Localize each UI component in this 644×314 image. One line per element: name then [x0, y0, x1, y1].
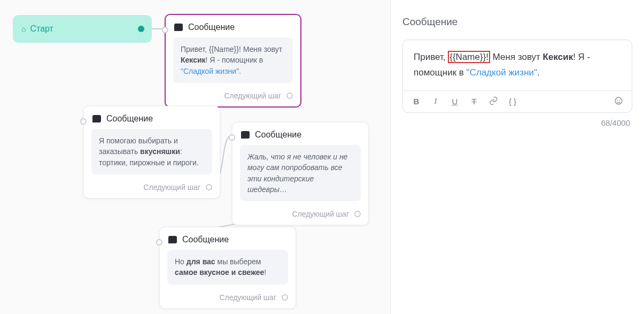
node-output-port[interactable] — [354, 211, 361, 217]
node-header: Сообщение — [160, 227, 296, 250]
start-label: Старт — [30, 24, 53, 34]
home-icon: ⌂ — [21, 25, 26, 33]
next-step-label: Следующий шаг — [292, 210, 349, 218]
message-editor: Привет, {{Name}}! Меня зовут Кексик! Я -… — [402, 40, 632, 113]
next-step-label: Следующий шаг — [219, 293, 276, 302]
message-icon — [174, 24, 183, 31]
editor-text: Привет, — [414, 52, 448, 62]
link-icon — [489, 96, 498, 105]
node-input-port[interactable] — [162, 27, 168, 33]
editor-text: . — [537, 67, 540, 78]
node-header: Сообщение — [232, 122, 368, 145]
editor-content[interactable]: Привет, {{Name}}! Меня зовут Кексик! Я -… — [403, 40, 632, 90]
node-footer: Следующий шаг — [160, 290, 296, 308]
variable-button[interactable]: { } — [508, 97, 517, 106]
node-input-port[interactable] — [156, 239, 162, 246]
node-title: Сообщение — [255, 130, 301, 140]
message-node-2[interactable]: Сообщение Я помогаю выбирать и заказыват… — [83, 106, 220, 198]
node-footer: Следующий шаг — [232, 206, 368, 225]
message-node-1[interactable]: Сообщение Привет, {{Name}}! Меня зовут К… — [165, 14, 301, 108]
node-title: Сообщение — [106, 114, 153, 124]
editor-toolbar: B I U T { } — [403, 90, 632, 112]
node-output-port[interactable] — [282, 294, 288, 301]
node-footer: Следующий шаг — [84, 180, 220, 198]
next-step-label: Следующий шаг — [143, 183, 200, 192]
flow-canvas[interactable]: ⌂ Старт Сообщение Привет, {{Name}}! Меня… — [0, 0, 390, 314]
strikethrough-button[interactable]: T — [469, 97, 479, 106]
node-body: Привет, {{Name}}! Меня зовут Кексик! Я -… — [173, 37, 293, 83]
node-title: Сообщение — [182, 235, 229, 244]
node-header: Сообщение — [166, 15, 300, 37]
svg-point-2 — [619, 100, 620, 101]
svg-point-0 — [615, 97, 622, 104]
emoji-button[interactable] — [614, 96, 623, 107]
variable-token[interactable]: {{Name}}! — [448, 51, 490, 63]
message-icon — [168, 236, 177, 243]
link-button[interactable] — [488, 96, 498, 107]
svg-point-1 — [617, 100, 618, 101]
bold-button[interactable]: B — [412, 97, 421, 106]
emoji-icon — [614, 96, 623, 105]
node-body: Но для вас мы выберем самое вкусное и св… — [167, 250, 288, 285]
node-body: Я помогаю выбирать и заказывать вкусняшк… — [91, 129, 212, 174]
message-node-4[interactable]: Сообщение Но для вас мы выберем самое вк… — [159, 227, 296, 309]
node-output-port[interactable] — [286, 93, 293, 99]
message-icon — [241, 131, 250, 139]
node-title: Сообщение — [188, 22, 235, 32]
node-output-port[interactable] — [206, 184, 212, 190]
sidebar-title: Сообщение — [402, 16, 632, 28]
underline-button[interactable]: U — [450, 97, 460, 106]
properties-sidebar: Сообщение Привет, {{Name}}! Меня зовут К… — [390, 0, 644, 314]
node-input-port[interactable] — [229, 134, 235, 141]
next-step-label: Следующий шаг — [224, 91, 281, 100]
italic-button[interactable]: I — [431, 97, 440, 106]
message-node-3[interactable]: Сообщение Жаль, что я не человек и не мо… — [232, 122, 369, 225]
start-node[interactable]: ⌂ Старт — [13, 15, 152, 43]
node-footer: Следующий шаг — [166, 88, 300, 106]
node-body: Жаль, что я не человек и не могу сам поп… — [240, 145, 361, 201]
char-counter: 68/4000 — [402, 118, 632, 127]
node-input-port[interactable] — [80, 118, 87, 125]
editor-bold-text: Кексик — [543, 52, 573, 62]
editor-link-text[interactable]: "Сладкой жизни" — [467, 67, 538, 78]
node-header: Сообщение — [84, 106, 220, 129]
start-output-port[interactable] — [138, 26, 144, 32]
editor-text: Меня зовут — [490, 52, 543, 62]
message-icon — [92, 115, 101, 122]
